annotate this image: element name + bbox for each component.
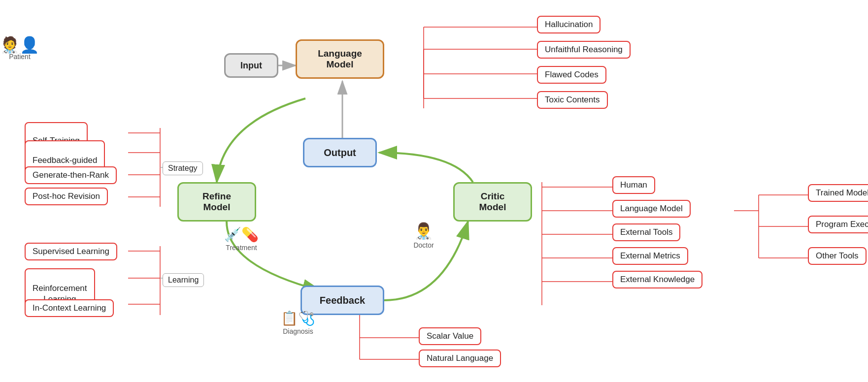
doctor-icon-area: 👨‍⚕️ Doctor [404,222,443,249]
box-other-tools: Other Tools [808,247,867,265]
node-critic-model: Critic Model [453,182,532,222]
box-incontext-learning: In-Context Learning [25,299,114,317]
box-language-model: Language Model [612,200,691,218]
box-program-executor: Program Executor [808,216,868,233]
patient-label: Patient [0,53,39,61]
diagnosis-label: Diagnosis [278,327,318,335]
box-generate-rank: Generate-then-Rank [25,166,117,184]
node-language-model: Language Model [296,39,384,79]
strategy-label: Strategy [163,161,203,175]
box-posthoc-revision: Post-hoc Revision [25,188,108,205]
box-external-tools: External Tools [612,223,680,241]
box-flawed-codes: Flawed Codes [537,66,606,84]
diagram-container: Input Language Model 🧑‍⚕️👤 Patient Outpu… [0,0,868,382]
connector-lines [0,0,868,382]
box-scalar-value: Scalar Value [419,327,481,345]
box-human: Human [612,176,655,194]
box-external-knowledge: External Knowledge [612,271,702,288]
treatment-label: Treatment [222,244,261,252]
box-external-metrics: External Metrics [612,247,688,265]
box-natural-language: Natural Language [419,350,501,367]
node-refine-model: Refine Model [177,182,256,222]
critic-label: Critic Model [479,191,506,213]
node-output: Output [303,138,377,167]
node-input: Input [224,53,278,78]
input-label: Input [240,61,262,71]
learning-label: Learning [163,273,204,287]
box-hallucination: Hallucination [537,16,601,33]
feedback-label: Feedback [320,295,365,306]
output-label: Output [324,147,356,159]
box-toxic-contents: Toxic Contents [537,91,608,109]
treatment-icon-area: 💉💊 Treatment [222,226,261,252]
diagnosis-icon-area: 📋🩺 Diagnosis [278,310,318,335]
box-trained-model: Trained Model [808,184,868,202]
language-model-label: Language Model [318,48,362,70]
box-supervised-learning: Supervised Learning [25,243,117,260]
doctor-label: Doctor [404,241,443,249]
patient-icon-area: 🧑‍⚕️👤 Patient [0,37,39,61]
box-unfaithful-reasoning: Unfaithful Reasoning [537,41,631,59]
refine-label: Refine Model [202,191,231,213]
